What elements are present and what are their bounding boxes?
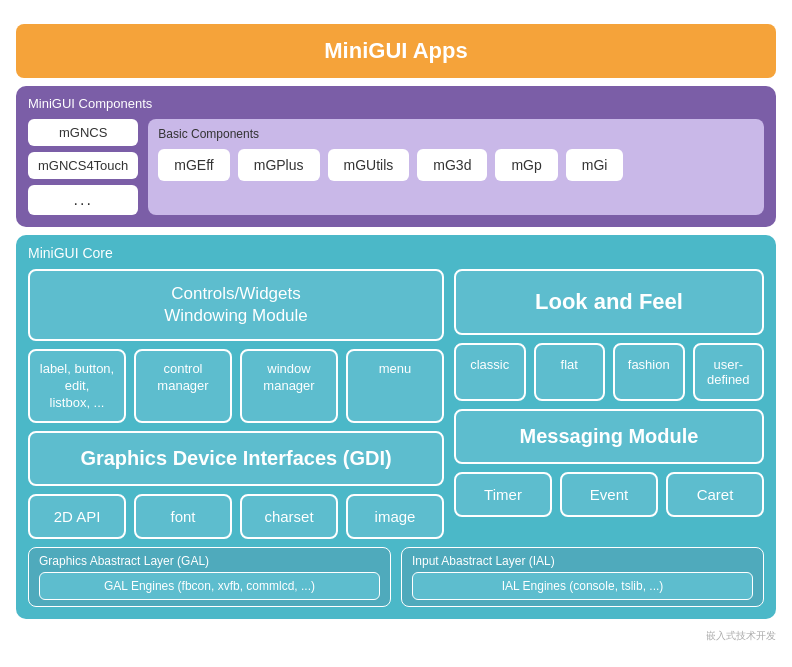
msg-box: Messaging Module [454,409,764,464]
caret-item: Caret [666,472,764,517]
watermark-text: 嵌入式技术开发 [706,630,776,641]
main-container: MiniGUI Apps MiniGUI Components mGNCS mG… [16,24,776,644]
mg3d-item: mG3d [417,149,487,181]
label-button-item: label, button,edit,listbox, ... [28,349,126,424]
classic-item: classic [454,343,526,401]
image-item: image [346,494,444,539]
gal-label: Graphics Abastract Layer (GAL) [39,554,380,568]
gdi-label: Graphics Device Interfaces (GDI) [80,447,391,469]
components-section: MiniGUI Components mGNCS mGNCS4Touch ...… [16,86,776,227]
laf-label: Look and Feel [535,289,683,314]
timer-item: Timer [454,472,552,517]
ial-box: Input Abastract Layer (IAL) IAL Engines … [401,547,764,607]
2d-api-item: 2D API [28,494,126,539]
ial-label: Input Abastract Layer (IAL) [412,554,753,568]
charset-item: charset [240,494,338,539]
components-left: mGNCS mGNCS4Touch ... [28,119,138,215]
basic-components-label: Basic Components [158,127,754,141]
mgutils-item: mGUtils [328,149,410,181]
mgncs4touch-box: mGNCS4Touch [28,152,138,179]
apps-bar-label: MiniGUI Apps [324,38,467,63]
mgi-item: mGi [566,149,624,181]
apps-bar: MiniGUI Apps [16,24,776,78]
gdi-sub-row: 2D API font charset image [28,494,444,539]
dots-box: ... [28,185,138,215]
ial-inner: IAL Engines (console, tslib, ...) [412,572,753,600]
core-inner: Controls/WidgetsWindowing Module label, … [28,269,764,540]
basic-components: Basic Components mGEff mGPlus mGUtils mG… [148,119,764,215]
msg-sub-row: Timer Event Caret [454,472,764,517]
bc-items: mGEff mGPlus mGUtils mG3d mGp mGi [158,149,754,181]
watermark: 嵌入式技术开发 [16,629,776,643]
core-section-label: MiniGUI Core [28,245,764,261]
event-item: Event [560,472,658,517]
core-right: Look and Feel classic flat fashion user-… [454,269,764,540]
mgncs-box: mGNCS [28,119,138,146]
control-manager-item: controlmanager [134,349,232,424]
fashion-item: fashion [613,343,685,401]
menu-item: menu [346,349,444,424]
msg-label: Messaging Module [520,425,699,447]
flat-item: flat [534,343,606,401]
controls-widgets-box: Controls/WidgetsWindowing Module [28,269,444,341]
gdi-box: Graphics Device Interfaces (GDI) [28,431,444,486]
core-section: MiniGUI Core Controls/WidgetsWindowing M… [16,235,776,620]
mgeff-item: mGEff [158,149,229,181]
core-left: Controls/WidgetsWindowing Module label, … [28,269,444,540]
sub-row: label, button,edit,listbox, ... controlm… [28,349,444,424]
laf-sub-row: classic flat fashion user-defined [454,343,764,401]
mgp-item: mGp [495,149,557,181]
laf-box: Look and Feel [454,269,764,335]
gal-inner: GAL Engines (fbcon, xvfb, commlcd, ...) [39,572,380,600]
font-item: font [134,494,232,539]
window-manager-item: windowmanager [240,349,338,424]
components-inner: mGNCS mGNCS4Touch ... Basic Components m… [28,119,764,215]
gal-box: Graphics Abastract Layer (GAL) GAL Engin… [28,547,391,607]
bottom-row: Graphics Abastract Layer (GAL) GAL Engin… [28,547,764,607]
components-section-label: MiniGUI Components [28,96,764,111]
user-defined-item: user-defined [693,343,765,401]
mgplus-item: mGPlus [238,149,320,181]
